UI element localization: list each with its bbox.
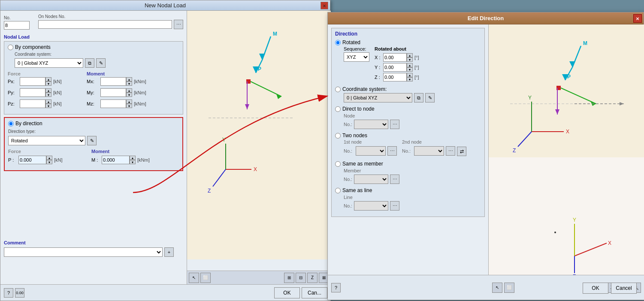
rot-y-down[interactable]: ▼ [407, 67, 413, 72]
tb-btn-4[interactable]: ⊟ [296, 273, 306, 283]
moment-label: Moment [87, 71, 164, 76]
node-no-select[interactable] [354, 120, 388, 129]
edit-direction-dialog: Edit Direction × Direction Rotated Seque… [327, 12, 644, 300]
preview-top-svg: X Y Z M P [489, 24, 644, 157]
tb-btn-1[interactable]: ↖ [189, 273, 199, 283]
svg-text:Y: Y [573, 217, 576, 223]
force-p-up[interactable]: ▲ [46, 156, 52, 160]
on-nodes-label: On Nodes No. [38, 14, 183, 19]
pz-up[interactable]: ▲ [45, 99, 51, 104]
on-nodes-input[interactable] [38, 20, 172, 29]
by-components-radio[interactable] [8, 45, 13, 50]
rot-z-up[interactable]: ▲ [407, 73, 413, 77]
rot-y-up[interactable]: ▲ [407, 63, 413, 67]
py-down[interactable]: ▼ [45, 93, 51, 97]
ok-btn[interactable]: OK [274, 287, 300, 298]
same-as-line-radio[interactable] [335, 188, 341, 193]
line-no-select[interactable] [354, 201, 388, 211]
moment-m-input[interactable] [102, 156, 130, 164]
edit-cancel-btn[interactable]: Cancel [611, 283, 637, 294]
edit-tb-2[interactable]: ⬜ [504, 283, 514, 293]
nodal-bottom-toolbar: ↖ ⬜ ⊞ ⊟ Z ⊠ [187, 271, 331, 284]
coord-btn[interactable]: 0.00 [15, 288, 24, 298]
px-input[interactable] [20, 77, 45, 86]
mz-down[interactable]: ▼ [126, 104, 132, 108]
first-node-pick[interactable]: ⋯ [387, 146, 397, 156]
edit-ok-btn[interactable]: OK [583, 283, 608, 294]
moment-m-down[interactable]: ▼ [130, 160, 136, 164]
force-p-input[interactable] [18, 156, 46, 164]
py-input[interactable] [20, 88, 45, 97]
second-node-pick[interactable]: ⋯ [446, 146, 455, 156]
on-nodes-pick-btn[interactable]: ⋯ [174, 20, 183, 29]
svg-text:M: M [583, 40, 587, 46]
svg-text:P: P [567, 74, 571, 80]
rot-x-up[interactable]: ▲ [407, 53, 413, 57]
my-input[interactable] [100, 88, 126, 97]
sequence-select[interactable]: XYZ [344, 52, 369, 62]
rotated-radio[interactable] [335, 40, 341, 45]
by-dir-force-label: Force [8, 149, 90, 154]
line-pick-btn[interactable]: ⋯ [390, 201, 399, 211]
coord-system-dir-select[interactable]: 0 | Global XYZ [344, 93, 412, 102]
py-up[interactable]: ▲ [45, 88, 51, 93]
direction-edit-btn[interactable]: ✎ [87, 136, 97, 145]
member-pick-btn[interactable]: ⋯ [390, 175, 399, 184]
two-nodes-radio[interactable] [335, 133, 341, 138]
rot-z-down[interactable]: ▼ [407, 77, 413, 81]
coord-copy-btn2[interactable]: ⧉ [414, 93, 423, 102]
my-down[interactable]: ▼ [126, 93, 132, 97]
by-direction-radio[interactable] [8, 121, 14, 126]
coord-system-option: Coordinate system: 0 | Global XYZ ⧉ ✎ [335, 86, 481, 102]
member-no-select[interactable] [354, 175, 388, 184]
mz-up[interactable]: ▲ [126, 99, 132, 104]
mz-input[interactable] [100, 99, 126, 108]
coord-edit-btn2[interactable]: ✎ [425, 93, 435, 102]
px-down[interactable]: ▼ [45, 81, 51, 86]
edit-help-btn[interactable]: ? [331, 283, 341, 292]
rot-y-input[interactable] [383, 63, 407, 72]
nodal-dialog-close[interactable]: × [320, 2, 328, 9]
tb-btn-3[interactable]: ⊞ [284, 273, 294, 283]
second-node-select[interactable] [414, 146, 444, 156]
rot-z-input[interactable] [383, 73, 407, 81]
pz-down[interactable]: ▼ [45, 104, 51, 108]
member-no-label: No.: [344, 177, 352, 182]
tb-btn-2[interactable]: ⬜ [200, 273, 211, 283]
coord-copy-btn[interactable]: ⧉ [85, 58, 94, 68]
force-p-down[interactable]: ▼ [46, 160, 52, 164]
coord-system-select[interactable]: 0 | Global XYZ [15, 58, 83, 68]
direct-to-node-radio[interactable] [335, 106, 341, 112]
two-nodes-label: Two nodes [342, 132, 367, 138]
rot-x-down[interactable]: ▼ [407, 57, 413, 62]
rot-x-input[interactable] [383, 53, 407, 62]
px-up[interactable]: ▲ [45, 77, 51, 81]
comment-add-btn[interactable]: + [164, 247, 174, 257]
help-btn[interactable]: ? [4, 288, 13, 298]
first-node-select[interactable] [356, 146, 386, 156]
nodal-dialog-title: New Nodal Load [145, 2, 186, 9]
mx-input[interactable] [100, 77, 126, 86]
edit-dialog-close[interactable]: × [633, 14, 642, 23]
comment-select[interactable] [4, 247, 163, 257]
second-no-label: No.: [402, 148, 412, 154]
edit-tb-1[interactable]: ↖ [492, 283, 502, 293]
tb-btn-5[interactable]: Z [307, 273, 317, 283]
pz-input[interactable] [20, 99, 45, 108]
same-as-member-radio[interactable] [335, 161, 341, 167]
direction-type-select[interactable]: Rotated [8, 136, 85, 145]
z-deg-label: [°] [414, 75, 419, 80]
same-as-line-label: Same as line [342, 187, 372, 193]
coord-system-radio[interactable] [335, 87, 341, 92]
mx-down[interactable]: ▼ [126, 81, 132, 86]
node-pick-btn[interactable]: ⋯ [390, 120, 399, 129]
no-input[interactable]: 8 [4, 21, 30, 30]
swap-nodes-btn[interactable]: ⇄ [457, 147, 466, 156]
edit-dialog-title: Edit Direction [468, 15, 504, 21]
cancel-btn[interactable]: Can... [302, 287, 327, 298]
coord-edit-btn[interactable]: ✎ [96, 58, 106, 68]
second-node-sub-label: 2nd node [402, 139, 455, 144]
my-up[interactable]: ▲ [126, 88, 132, 93]
moment-m-up[interactable]: ▲ [130, 156, 136, 160]
mx-up[interactable]: ▲ [126, 77, 132, 81]
